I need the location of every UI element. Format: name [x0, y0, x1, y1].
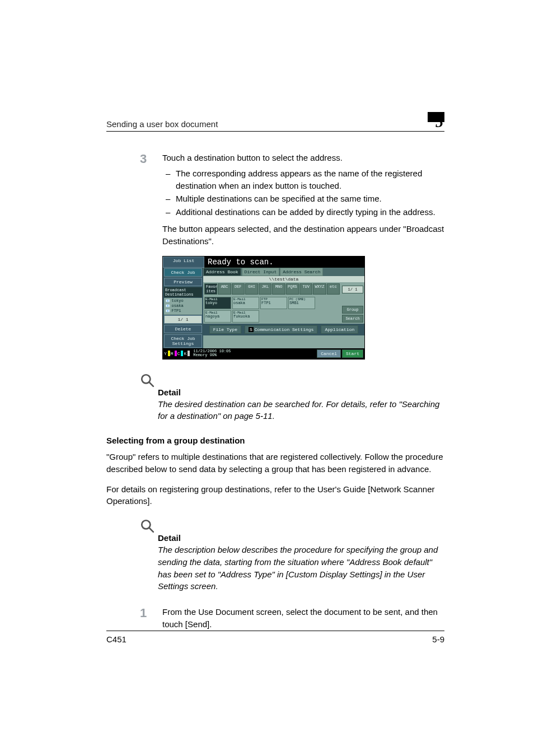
footer-rule — [106, 631, 444, 631]
paragraph: "Group" refers to multiple destinations … — [106, 451, 444, 475]
paragraph: For details on registering group destina… — [106, 483, 444, 508]
memory-text: Memory 99% — [193, 353, 231, 357]
running-header: Sending a user box document — [106, 119, 218, 129]
broadcast-item: osaka — [166, 304, 200, 309]
broadcast-item: FTP1 — [166, 309, 200, 314]
step-3-text: Touch a destination button to select the… — [162, 152, 444, 164]
step-3-bullet: Additional destinations can be added by … — [162, 206, 444, 218]
check-job-button[interactable]: Check Job — [164, 268, 202, 277]
index-tab[interactable]: WXYZ — [313, 283, 326, 295]
device-screenshot: Job List Ready to scan. Check Job Previe… — [162, 256, 365, 359]
magnifier-icon — [140, 519, 154, 533]
chapter-marker: 5 — [424, 112, 444, 129]
tab-file-type[interactable]: File Type — [209, 325, 241, 334]
step-3-after: The button appears selected, and the des… — [162, 223, 444, 248]
svg-line-3 — [149, 528, 153, 532]
index-tab[interactable]: MNO — [272, 283, 285, 295]
destination-button[interactable]: E-Mailnagoya — [204, 310, 231, 323]
index-tab[interactable]: GHI — [245, 283, 258, 295]
check-send-button[interactable]: Check Job Settings — [164, 334, 202, 348]
footer-page: 5-9 — [432, 634, 444, 644]
index-tab[interactable]: ABC — [218, 283, 231, 295]
detail-label: Detail — [158, 388, 444, 397]
magnifier-icon — [140, 373, 154, 388]
step-number-3: 3 — [140, 152, 162, 166]
detail-label: Detail — [158, 533, 444, 543]
delete-button[interactable]: Delete — [164, 325, 202, 333]
step-3-bullet: Multiple destinations can be specified a… — [162, 193, 444, 205]
destination-button[interactable]: E-Mailtokyo — [204, 297, 231, 309]
index-tab[interactable]: PQRS — [286, 283, 299, 295]
header-rule — [106, 131, 444, 132]
step-3-bullet: The corresponding address appears as the… — [162, 167, 444, 192]
step-number-1: 1 — [140, 606, 162, 620]
step-1-text: From the Use Document screen, select the… — [162, 606, 444, 631]
broadcast-item: tokyo — [166, 298, 200, 304]
detail-text: The desired destination can be searched … — [158, 398, 444, 423]
toner-indicator: Y M C K — [163, 349, 191, 357]
search-button[interactable]: Search — [342, 315, 363, 323]
status-text: Ready to scan. — [204, 256, 364, 268]
preview-button[interactable]: Preview — [164, 278, 202, 286]
start-button[interactable]: Start — [342, 349, 363, 358]
svg-line-1 — [149, 382, 153, 386]
side-page-indicator: 1/ 1 — [164, 315, 202, 324]
tab-address-search[interactable]: Address Search — [280, 268, 323, 276]
cancel-button[interactable]: Cancel — [317, 349, 341, 358]
index-tab[interactable]: Favor-ites — [204, 283, 217, 295]
destination-button[interactable]: E-Mailfukuoka — [232, 310, 259, 323]
broadcast-list: tokyo osaka FTP1 — [164, 298, 202, 314]
index-tab[interactable]: JKL — [259, 283, 271, 295]
path-display: \\test\data — [203, 276, 364, 282]
tab-address-book[interactable]: Address Book — [203, 268, 241, 276]
dest-page-indicator: 1/ 1 — [342, 286, 363, 293]
index-tab[interactable]: etc — [327, 283, 340, 295]
group-button[interactable]: Group — [342, 306, 363, 314]
tab-communication[interactable]: SCommunication Settings — [245, 325, 317, 334]
broadcast-label: Broadcast Destinations — [164, 287, 202, 297]
destination-button[interactable]: FTPFTP1 — [260, 297, 287, 309]
chapter-number: 5 — [435, 113, 443, 131]
tab-application[interactable]: Application — [321, 325, 358, 334]
tab-direct-input[interactable]: Direct Input — [242, 268, 280, 276]
index-tab[interactable]: TUV — [299, 283, 312, 295]
job-list-button[interactable]: Job List — [163, 256, 204, 268]
index-tab[interactable]: DEF — [232, 283, 245, 295]
section-heading: Selecting from a group destination — [106, 436, 444, 445]
footer-model: C451 — [106, 634, 127, 644]
destination-button[interactable]: PC (SMB)SMB1 — [288, 297, 315, 309]
detail-text: The description below describes the proc… — [158, 544, 444, 592]
destination-button[interactable]: E-Mailosaka — [232, 297, 259, 309]
